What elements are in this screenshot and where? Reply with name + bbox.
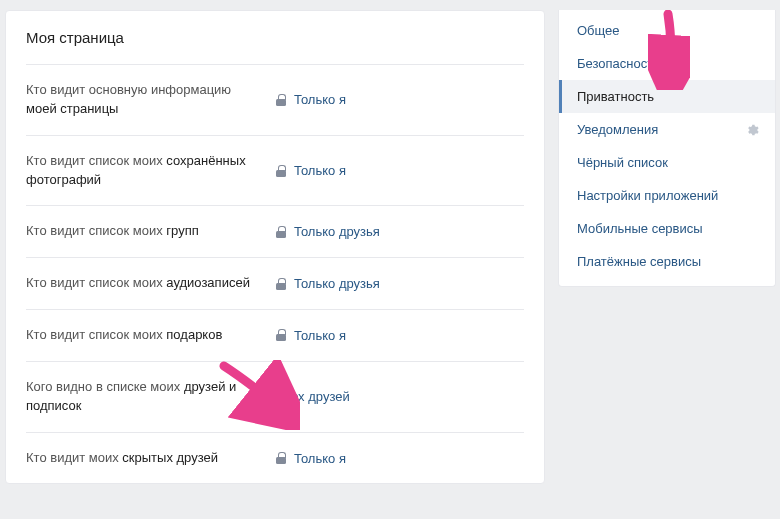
sidebar-item-label: Мобильные сервисы [577, 221, 703, 236]
setting-label: Кого видно в списке моих друзей и подпис… [26, 378, 276, 416]
setting-label: Кто видит моих скрытых друзей [26, 449, 276, 468]
setting-value-dropdown[interactable]: Только друзья [276, 276, 380, 291]
privacy-setting-row: Кто видит список моих аудиозаписейТолько… [26, 257, 524, 309]
privacy-setting-row: Кто видит основную информацию моей стран… [26, 64, 524, 135]
sidebar-item-label: Безопасность [577, 56, 660, 71]
sidebar-item-label: Настройки приложений [577, 188, 718, 203]
sidebar-item[interactable]: Платёжные сервисы [559, 245, 775, 278]
privacy-setting-row: Кто видит список моих подарковТолько я [26, 309, 524, 361]
setting-label: Кто видит список моих подарков [26, 326, 276, 345]
setting-value-dropdown[interactable]: Всех друзей [276, 389, 350, 404]
lock-icon [276, 226, 286, 238]
sidebar-item-label: Уведомления [577, 122, 658, 137]
setting-value-dropdown[interactable]: Только я [276, 451, 346, 466]
privacy-setting-row: Кто видит список моих сохранённых фотогр… [26, 135, 524, 206]
sidebar-item[interactable]: Настройки приложений [559, 179, 775, 212]
sidebar-item[interactable]: Уведомления [559, 113, 775, 146]
setting-value-dropdown[interactable]: Только я [276, 328, 346, 343]
sidebar-item[interactable]: Общее [559, 14, 775, 47]
sidebar-item-label: Платёжные сервисы [577, 254, 701, 269]
sidebar-item-label: Общее [577, 23, 620, 38]
lock-icon [276, 452, 286, 464]
sidebar-item-label: Приватность [577, 89, 654, 104]
setting-label: Кто видит список моих групп [26, 222, 276, 241]
lock-icon [276, 329, 286, 341]
settings-privacy-panel: Моя страница Кто видит основную информац… [5, 10, 545, 484]
gear-icon [745, 123, 759, 137]
setting-label: Кто видит основную информацию моей стран… [26, 81, 276, 119]
settings-sidebar: ОбщееБезопасностьПриватностьУведомленияЧ… [558, 10, 776, 287]
setting-value-dropdown[interactable]: Только я [276, 163, 346, 178]
lock-icon [276, 278, 286, 290]
page-title: Моя страница [26, 11, 524, 64]
lock-icon [276, 165, 286, 177]
setting-value-dropdown[interactable]: Только друзья [276, 224, 380, 239]
sidebar-item[interactable]: Безопасность [559, 47, 775, 80]
setting-value-dropdown[interactable]: Только я [276, 92, 346, 107]
setting-label: Кто видит список моих аудиозаписей [26, 274, 276, 293]
privacy-setting-row: Кто видит моих скрытых друзейТолько я [26, 432, 524, 484]
privacy-setting-row: Кто видит список моих группТолько друзья [26, 205, 524, 257]
sidebar-item[interactable]: Приватность [559, 80, 775, 113]
sidebar-item[interactable]: Чёрный список [559, 146, 775, 179]
lock-icon [276, 94, 286, 106]
privacy-setting-row: Кого видно в списке моих друзей и подпис… [26, 361, 524, 432]
setting-label: Кто видит список моих сохранённых фотогр… [26, 152, 276, 190]
sidebar-item-label: Чёрный список [577, 155, 668, 170]
sidebar-item[interactable]: Мобильные сервисы [559, 212, 775, 245]
